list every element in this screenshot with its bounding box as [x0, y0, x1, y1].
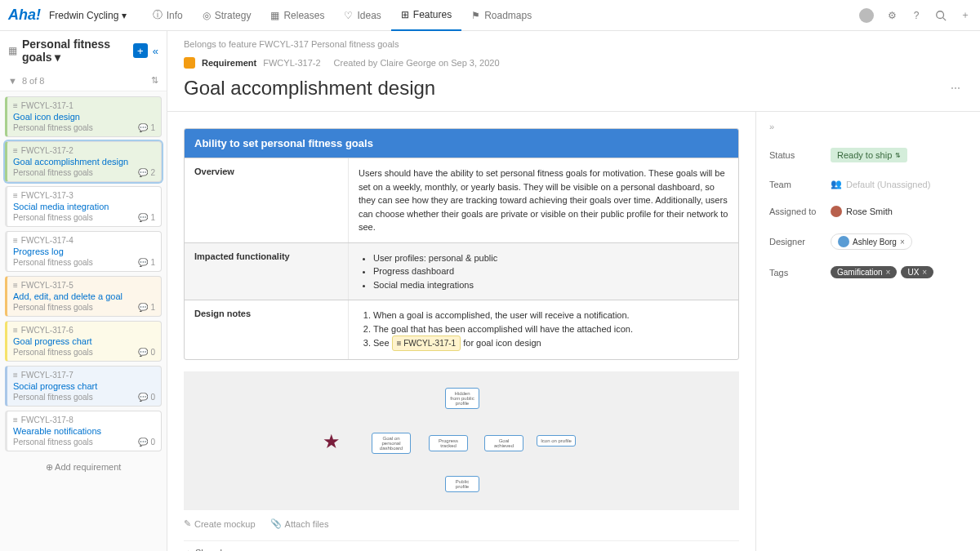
card-id: FWCYL-317-7 — [21, 371, 74, 380]
breadcrumb-link[interactable]: FWCYL-317 Personal fitness goals — [259, 39, 399, 49]
team-icon: 👥 — [831, 179, 842, 189]
card-title: Social media integration — [13, 202, 155, 211]
card-id: FWCYL-317-6 — [21, 326, 74, 335]
overview-label: Overview — [185, 158, 348, 242]
comment-icon: 💬 — [138, 123, 148, 132]
card-title: Goal progress chart — [13, 336, 155, 346]
record-type: Requirement — [202, 58, 256, 68]
gear-icon[interactable]: ⚙ — [885, 9, 898, 22]
card-feature: Personal fitness goals — [13, 258, 93, 267]
card-id: FWCYL-317-8 — [21, 415, 74, 424]
show-less-toggle[interactable]: ▲ Show less — [184, 540, 739, 551]
nav-item-strategy[interactable]: ◎Strategy — [193, 0, 261, 31]
collapse-panel-icon[interactable]: « — [153, 45, 158, 57]
requirement-card[interactable]: ≡ FWCYL-317-3 Social media integration P… — [5, 186, 162, 227]
expand-sidebar-icon[interactable]: » — [769, 122, 967, 131]
nav-item-features[interactable]: ⊞Features — [391, 0, 461, 31]
card-feature: Personal fitness goals — [13, 438, 93, 447]
user-avatar[interactable] — [859, 8, 874, 23]
breadcrumb: Belongs to feature FWCYL-317 Personal fi… — [167, 31, 980, 52]
card-id: FWCYL-317-5 — [21, 281, 74, 290]
page-title[interactable]: Goal accomplishment design — [184, 77, 947, 100]
create-mockup-button[interactable]: ✎ Create mockup — [184, 518, 256, 529]
card-id: FWCYL-317-3 — [21, 191, 74, 200]
tag-chip[interactable]: UX × — [901, 266, 933, 278]
comment-icon: 💬 — [138, 438, 148, 447]
overview-text: Users should have the ability to set per… — [348, 158, 738, 242]
tags-label: Tags — [769, 268, 831, 278]
remove-icon[interactable]: × — [886, 268, 891, 277]
list-icon: ≡ — [13, 191, 18, 200]
card-feature: Personal fitness goals — [13, 123, 93, 132]
designer-chip[interactable]: Ashley Borg × — [831, 233, 912, 250]
filter-icon[interactable]: ▼ — [8, 76, 17, 86]
person-avatar-icon — [831, 206, 842, 217]
nav-items: ⓘInfo◎Strategy▦Releases♡Ideas⊞Features⚑R… — [143, 0, 542, 31]
target-icon: ◎ — [203, 10, 211, 21]
info-icon: ⓘ — [153, 8, 163, 22]
list-item: Progress dashboard — [373, 264, 728, 278]
reference-chip[interactable]: ≡ FWCYL-317-1 — [392, 335, 461, 351]
sort-icon[interactable]: ⇅ — [151, 75, 158, 86]
card-feature: Personal fitness goals — [13, 393, 93, 402]
card-title: Social progress chart — [13, 381, 155, 391]
requirement-card[interactable]: ≡ FWCYL-317-1 Goal icon design Personal … — [5, 96, 162, 137]
add-requirement-button[interactable]: ⊕ Add requirement — [5, 455, 162, 479]
grid-icon: ⊞ — [401, 9, 409, 20]
requirement-card[interactable]: ≡ FWCYL-317-5 Add, edit, and delete a go… — [5, 276, 162, 317]
status-chip[interactable]: Ready to ship ⇅ — [831, 148, 907, 162]
requirement-card[interactable]: ≡ FWCYL-317-7 Social progress chart Pers… — [5, 366, 162, 407]
card-id: FWCYL-317-2 — [21, 146, 74, 155]
list-icon: ≡ — [13, 415, 18, 424]
flag-icon: ⚑ — [471, 10, 480, 21]
card-feature: Personal fitness goals — [13, 168, 93, 177]
tag-chip[interactable]: Gamification × — [831, 266, 897, 278]
search-icon[interactable] — [934, 9, 947, 22]
requirement-card[interactable]: ≡ FWCYL-317-2 Goal accomplishment design… — [5, 141, 162, 182]
list-icon: ≡ — [13, 326, 18, 335]
team-value[interactable]: 👥 Default (Unassigned) — [831, 179, 967, 189]
nav-item-roadmaps[interactable]: ⚑Roadmaps — [461, 0, 541, 31]
requirement-card[interactable]: ≡ FWCYL-317-6 Goal progress chart Person… — [5, 321, 162, 362]
card-title: Wearable notifications — [13, 426, 155, 436]
requirement-card[interactable]: ≡ FWCYL-317-4 Progress log Personal fitn… — [5, 231, 162, 272]
assigned-value[interactable]: Rose Smith — [831, 206, 967, 217]
list-icon: ≡ — [13, 281, 18, 290]
nav-right: ⚙ ? ＋ — [859, 8, 972, 23]
remove-icon[interactable]: × — [922, 268, 927, 277]
workspace-name: Fredwin Cycling — [49, 10, 118, 21]
tags-value[interactable]: Gamification ×UX × — [831, 266, 967, 278]
bulb-icon: ♡ — [344, 10, 353, 21]
card-title: Goal icon design — [13, 112, 155, 122]
top-nav: Aha! Fredwin Cycling ▾ ⓘInfo◎Strategy▦Re… — [0, 0, 980, 31]
add-icon[interactable]: ＋ — [959, 9, 972, 22]
design-notes-label: Design notes — [185, 300, 348, 359]
list-item: When a goal is accomplished, the user wi… — [373, 309, 728, 322]
attachment-actions: ✎ Create mockup 📎 Attach files — [184, 518, 739, 529]
remove-icon[interactable]: × — [900, 238, 905, 247]
comment-icon: 💬 — [138, 393, 148, 402]
left-panel-title[interactable]: Personal fitness goals ▾ — [22, 38, 128, 64]
nav-item-info[interactable]: ⓘInfo — [143, 0, 193, 31]
nav-item-releases[interactable]: ▦Releases — [261, 0, 334, 31]
list-icon: ≡ — [13, 101, 18, 110]
svg-line-1 — [943, 17, 947, 20]
attach-files-button[interactable]: 📎 Attach files — [270, 518, 329, 529]
nav-item-ideas[interactable]: ♡Ideas — [334, 0, 390, 31]
comment-icon: 💬 — [138, 168, 148, 177]
comment-count: 💬1 — [138, 303, 155, 312]
requirement-card[interactable]: ≡ FWCYL-317-8 Wearable notifications Per… — [5, 411, 162, 451]
workspace-selector[interactable]: Fredwin Cycling ▾ — [49, 10, 127, 21]
properties-sidebar: » Status Ready to ship ⇅ Team 👥 Default … — [755, 112, 980, 551]
comment-icon: 💬 — [138, 258, 148, 267]
help-icon[interactable]: ? — [910, 9, 923, 22]
comment-icon: 💬 — [138, 213, 148, 222]
list-item: The goal that has been accomplished will… — [373, 322, 728, 336]
status-label: Status — [769, 150, 831, 160]
detail-pane: Belongs to feature FWCYL-317 Personal fi… — [167, 31, 980, 551]
add-button[interactable]: + — [133, 43, 148, 58]
more-menu-icon[interactable]: ⋯ — [947, 79, 964, 97]
left-panel-header: ▦ Personal fitness goals ▾ + « — [0, 31, 167, 70]
card-title: Add, edit, and delete a goal — [13, 291, 155, 301]
diagram-attachment[interactable]: ★ Hidden from public profile Goal on per… — [184, 371, 739, 510]
